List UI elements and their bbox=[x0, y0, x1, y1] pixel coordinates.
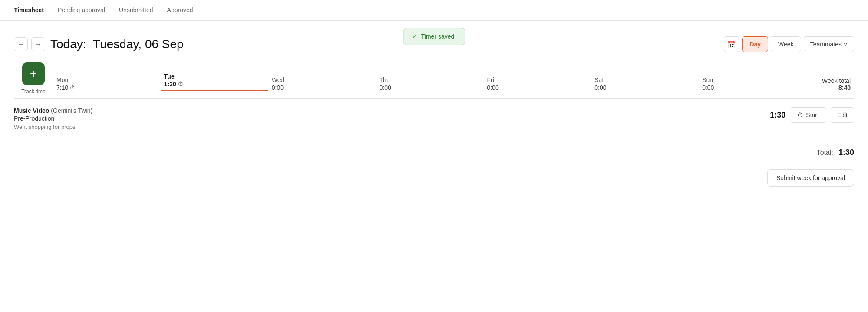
timer-saved-text: Timer saved. bbox=[421, 33, 456, 40]
day-name-sat: Sat bbox=[594, 76, 604, 83]
calendar-button[interactable]: 📅 bbox=[724, 36, 739, 52]
total-label: Total: bbox=[817, 149, 833, 157]
active-day-underline bbox=[161, 90, 268, 91]
total-row: Total: 1:30 bbox=[14, 139, 854, 166]
week-total-label: Week total bbox=[822, 77, 851, 84]
add-time-button[interactable]: + bbox=[22, 62, 45, 85]
day-name-thu: Thu bbox=[380, 76, 390, 83]
entry-task: Pre-Production bbox=[14, 115, 759, 122]
timer-saved-banner: ✓ Timer saved. bbox=[403, 28, 465, 45]
day-col-wed[interactable]: Wed 0:00 bbox=[268, 76, 376, 95]
clock-icon-mon: ⏱ bbox=[70, 85, 75, 91]
chevron-down-icon: ∨ bbox=[843, 41, 848, 48]
day-name-mon: Mon bbox=[56, 76, 68, 83]
day-hours-mon: 7:10 ⏱ bbox=[56, 84, 75, 91]
day-col-mon[interactable]: Mon 7:10 ⏱ bbox=[53, 76, 161, 95]
tab-pending-approval[interactable]: Pending approval bbox=[58, 0, 105, 20]
week-total-column: Week total 8:40 bbox=[806, 77, 854, 95]
date-navigation: ← → Today: Tuesday, 06 Sep bbox=[14, 37, 184, 51]
next-day-button[interactable]: → bbox=[31, 37, 45, 51]
track-time-button[interactable]: + Track time bbox=[14, 62, 53, 95]
time-entry-section: Music Video (Gemini's Twin) Pre-Producti… bbox=[14, 99, 854, 139]
entry-project-name: Music Video bbox=[14, 107, 49, 114]
tab-approved[interactable]: Approved bbox=[167, 0, 193, 20]
day-col-thu[interactable]: Thu 0:00 bbox=[376, 76, 484, 95]
total-value: 1:30 bbox=[838, 148, 854, 157]
entry-client-name: (Gemini's Twin) bbox=[51, 107, 92, 114]
day-hours-thu: 0:00 bbox=[380, 84, 391, 91]
day-col-sat[interactable]: Sat 0:00 bbox=[591, 76, 699, 95]
edit-entry-button[interactable]: Edit bbox=[831, 107, 854, 123]
day-name-wed: Wed bbox=[272, 76, 284, 83]
day-hours-sat: 0:00 bbox=[594, 84, 606, 91]
plus-icon: + bbox=[30, 67, 37, 81]
teammates-button[interactable]: Teammates ∨ bbox=[804, 36, 854, 52]
current-date: Tuesday, 06 Sep bbox=[93, 37, 184, 51]
tab-unsubmitted[interactable]: Unsubmitted bbox=[119, 0, 153, 20]
day-hours-tue: 1:30 ⏱ bbox=[164, 81, 183, 88]
timesheet-grid: + Track time Mon 7:10 ⏱ Tue 1:30 ⏱ Wed 0… bbox=[14, 62, 854, 99]
day-name-tue: Tue bbox=[164, 73, 175, 80]
submit-section: Submit week for approval bbox=[14, 166, 854, 195]
top-navigation: Timesheet Pending approval Unsubmitted A… bbox=[0, 0, 868, 21]
check-icon: ✓ bbox=[412, 33, 418, 40]
tab-timesheet[interactable]: Timesheet bbox=[14, 0, 44, 20]
clock-start-icon: ⏱ bbox=[797, 112, 803, 118]
date-title: Today: Tuesday, 06 Sep bbox=[50, 37, 184, 51]
day-hours-wed: 0:00 bbox=[272, 84, 284, 91]
time-entry-row: Music Video (Gemini's Twin) Pre-Producti… bbox=[14, 107, 854, 130]
day-hours-sun: 0:00 bbox=[702, 84, 714, 91]
day-col-tue[interactable]: Tue 1:30 ⏱ bbox=[161, 73, 268, 95]
today-prefix: Today: bbox=[50, 37, 86, 51]
week-total-value: 8:40 bbox=[838, 84, 851, 91]
day-col-sun[interactable]: Sun 0:00 bbox=[699, 76, 806, 95]
entry-description: Went shopping for props. bbox=[14, 124, 759, 130]
entry-actions: 1:30 ⏱ Start Edit bbox=[759, 107, 854, 123]
calendar-icon: 📅 bbox=[727, 40, 736, 49]
clock-icon-tue: ⏱ bbox=[178, 81, 183, 87]
start-label: Start bbox=[806, 112, 819, 118]
prev-day-button[interactable]: ← bbox=[14, 37, 28, 51]
teammates-label: Teammates bbox=[810, 41, 842, 48]
day-view-button[interactable]: Day bbox=[742, 36, 768, 52]
entry-project: Music Video (Gemini's Twin) bbox=[14, 107, 759, 114]
day-hours-fri: 0:00 bbox=[487, 84, 498, 91]
entry-info: Music Video (Gemini's Twin) Pre-Producti… bbox=[14, 107, 759, 130]
main-content: ✓ Timer saved. ← → Today: Tuesday, 06 Se… bbox=[0, 21, 868, 206]
day-name-sun: Sun bbox=[702, 76, 713, 83]
view-controls: 📅 Day Week Teammates ∨ bbox=[724, 36, 854, 52]
start-timer-button[interactable]: ⏱ Start bbox=[790, 107, 826, 123]
track-time-label: Track time bbox=[21, 89, 46, 95]
day-col-fri[interactable]: Fri 0:00 bbox=[483, 76, 591, 95]
submit-week-button[interactable]: Submit week for approval bbox=[767, 169, 854, 187]
day-name-fri: Fri bbox=[487, 76, 494, 83]
entry-time: 1:30 bbox=[770, 111, 785, 120]
week-view-button[interactable]: Week bbox=[771, 36, 801, 52]
